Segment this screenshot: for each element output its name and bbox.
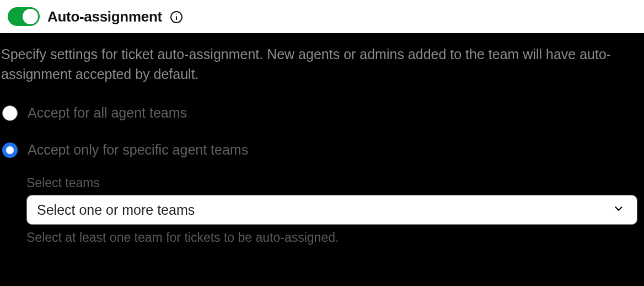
- radio-option-all-teams[interactable]: Accept for all agent teams: [2, 105, 644, 121]
- auto-assignment-content: Specify settings for ticket auto-assignm…: [0, 33, 644, 286]
- select-teams-label: Select teams: [26, 176, 644, 190]
- assignment-scope-radio-group: Accept for all agent teams Accept only f…: [0, 105, 644, 158]
- select-teams-section: Select teams Select one or more teams Se…: [0, 176, 644, 245]
- auto-assignment-header: Auto-assignment: [0, 0, 644, 33]
- info-icon[interactable]: [170, 10, 183, 24]
- section-title: Auto-assignment: [47, 8, 162, 25]
- radio-indicator-selected: [2, 142, 18, 158]
- teams-hint-text: Select at least one team for tickets to …: [26, 230, 644, 245]
- chevron-down-icon: [613, 203, 625, 217]
- toggle-knob: [23, 9, 38, 24]
- section-description: Specify settings for ticket auto-assignm…: [0, 44, 644, 84]
- radio-indicator: [2, 105, 18, 121]
- teams-select-placeholder: Select one or more teams: [37, 202, 195, 218]
- radio-label: Accept only for specific agent teams: [28, 142, 248, 158]
- radio-label: Accept for all agent teams: [28, 105, 187, 121]
- teams-select[interactable]: Select one or more teams: [26, 195, 637, 225]
- auto-assignment-toggle[interactable]: [8, 7, 40, 26]
- svg-point-2: [176, 14, 176, 15]
- radio-option-specific-teams[interactable]: Accept only for specific agent teams: [2, 142, 644, 158]
